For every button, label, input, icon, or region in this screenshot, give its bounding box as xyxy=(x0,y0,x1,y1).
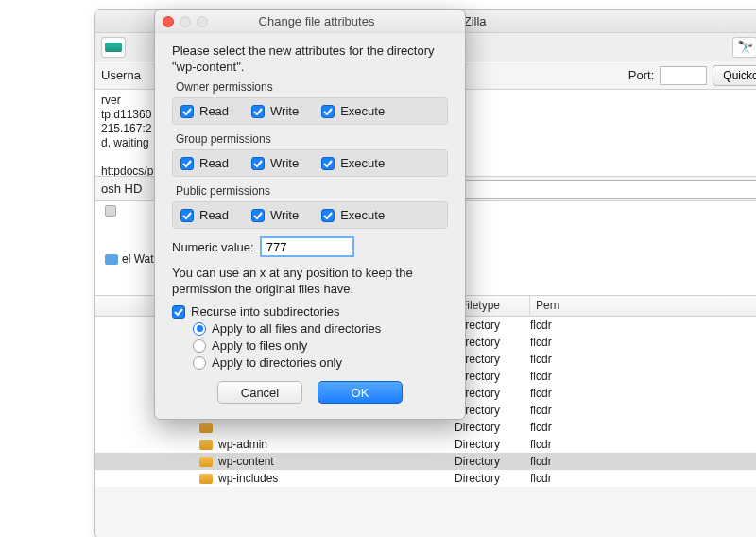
table-row[interactable]: wp-includesDirectoryflcdr xyxy=(95,470,756,487)
public-execute-checkbox[interactable]: Execute xyxy=(321,208,385,222)
username-label: Userna xyxy=(101,68,141,82)
toolbar-button[interactable] xyxy=(101,37,126,58)
local-path-fragment: osh HD xyxy=(101,182,147,196)
port-input[interactable] xyxy=(660,66,707,85)
folder-icon xyxy=(105,254,118,265)
folder-icon xyxy=(199,423,213,433)
disk-icon xyxy=(105,205,116,217)
radio-icon xyxy=(193,356,206,370)
owner-permissions-label: Owner permissions xyxy=(172,80,448,94)
apply-files-radio[interactable]: Apply to files only xyxy=(193,338,448,353)
folder-icon xyxy=(199,474,213,484)
checkmark-icon xyxy=(251,105,265,118)
table-row-selected[interactable]: wp-contentDirectoryflcdr xyxy=(95,453,756,470)
hint-text: You can use an x at any position to keep… xyxy=(172,265,448,297)
numeric-value-input[interactable] xyxy=(260,236,354,257)
checkmark-icon xyxy=(251,209,265,222)
folder-icon xyxy=(199,440,213,450)
owner-write-checkbox[interactable]: Write xyxy=(251,104,299,118)
table-row[interactable]: Directoryflcdr xyxy=(95,419,756,436)
group-permissions-label: Group permissions xyxy=(172,132,448,146)
close-icon[interactable] xyxy=(163,16,174,27)
checkmark-icon xyxy=(180,105,194,118)
radio-icon xyxy=(193,339,206,353)
port-label: Port: xyxy=(628,68,654,82)
owner-execute-checkbox[interactable]: Execute xyxy=(321,104,385,118)
minimize-icon xyxy=(180,16,191,27)
public-permissions-label: Public permissions xyxy=(172,184,448,198)
checkmark-icon xyxy=(321,105,335,118)
toolbar-search[interactable]: 🔭 xyxy=(732,37,756,58)
col-filetype[interactable]: Filetype xyxy=(455,296,530,316)
ok-button[interactable]: OK xyxy=(318,381,403,404)
checkmark-icon xyxy=(172,305,185,319)
dialog-intro: Please select the new attributes for the… xyxy=(172,43,448,75)
checkmark-icon xyxy=(180,209,194,222)
radio-icon xyxy=(193,322,206,336)
dialog-title: Change file attributes xyxy=(214,14,457,28)
folder-icon xyxy=(199,457,213,467)
checkmark-icon xyxy=(321,209,335,222)
checkmark-icon xyxy=(251,157,265,170)
checkmark-icon xyxy=(321,157,335,170)
dialog-titlebar: Change file attributes xyxy=(155,10,465,33)
col-permissions[interactable]: Pern xyxy=(530,296,756,316)
table-row[interactable]: wp-adminDirectoryflcdr xyxy=(95,436,756,453)
cancel-button[interactable]: Cancel xyxy=(217,381,302,404)
apply-all-radio[interactable]: Apply to all files and directories xyxy=(193,321,448,336)
binoculars-icon: 🔭 xyxy=(737,40,753,55)
public-read-checkbox[interactable]: Read xyxy=(180,208,229,222)
group-execute-checkbox[interactable]: Execute xyxy=(321,156,385,170)
apply-dirs-radio[interactable]: Apply to directories only xyxy=(193,355,448,370)
change-attributes-dialog: Change file attributes Please select the… xyxy=(154,9,466,420)
checkmark-icon xyxy=(180,157,194,170)
public-write-checkbox[interactable]: Write xyxy=(251,208,299,222)
connect-icon xyxy=(105,43,122,52)
recurse-checkbox[interactable]: Recurse into subdirectories xyxy=(172,304,448,319)
remote-path-input[interactable] xyxy=(431,180,756,199)
quickconnect-button[interactable]: Quickconn xyxy=(713,65,756,86)
group-write-checkbox[interactable]: Write xyxy=(251,156,299,170)
numeric-value-label: Numeric value: xyxy=(172,240,254,254)
group-read-checkbox[interactable]: Read xyxy=(180,156,229,170)
owner-read-checkbox[interactable]: Read xyxy=(180,104,229,118)
zoom-icon xyxy=(197,16,208,27)
